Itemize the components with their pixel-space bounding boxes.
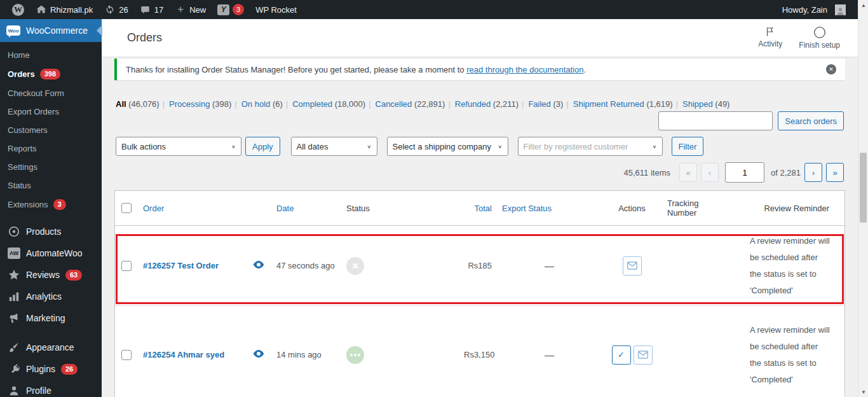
page-scrollbar[interactable]: ▲ ▼ [858, 0, 868, 397]
sidebar-item-woocommerce[interactable]: Woo WooCommerce [0, 19, 102, 42]
menu-label: Marketing [26, 313, 65, 323]
sidebar-item-home[interactable]: Home [0, 46, 102, 64]
select-all-checkbox[interactable] [121, 203, 132, 213]
view-refunded[interactable]: Refunded (2,211) [445, 99, 519, 109]
status-cell: ✕ [341, 257, 459, 275]
complete-action-button[interactable]: ✓ [612, 345, 631, 365]
wp-rocket-item[interactable]: WP Rocket [250, 0, 302, 19]
sidebar-item-appearance[interactable]: Appearance [0, 337, 102, 358]
view-count: (22,891) [414, 99, 445, 109]
activity-button[interactable]: Activity [758, 26, 782, 50]
sort-export-status-link[interactable]: Export Status [502, 204, 552, 213]
order-cell: #126257 Test Order [138, 261, 246, 270]
sidebar-item-reports[interactable]: Reports [0, 139, 102, 158]
sidebar-item-profile[interactable]: Profile [0, 380, 102, 397]
home-icon [36, 4, 47, 15]
sidebar-item-settings[interactable]: Settings [0, 158, 102, 176]
scroll-up-arrow-icon[interactable]: ▲ [858, 0, 868, 10]
order-link[interactable]: #126254 Ahmar syed [143, 350, 224, 359]
yoast-item[interactable]: Y 3 [212, 0, 250, 19]
site-name-label: Rhizmall.pk [50, 5, 93, 15]
finish-setup-button[interactable]: Finish setup [799, 26, 840, 50]
current-menu-arrow-icon [91, 25, 102, 36]
filter-button[interactable]: Filter [672, 137, 704, 156]
all-dates-select[interactable]: All dates ∨ [291, 137, 377, 156]
select-order-checkbox[interactable] [121, 261, 132, 271]
view-completed[interactable]: Completed (18,000) [283, 99, 365, 109]
email-action-button[interactable] [634, 345, 653, 365]
products-icon [8, 225, 20, 238]
sidebar-item-orders[interactable]: Orders 398 [0, 64, 102, 84]
prev-page-button[interactable]: ‹ [701, 163, 719, 182]
sidebar-item-analytics[interactable]: Analytics [0, 286, 102, 307]
scrollbar-thumb[interactable] [860, 153, 867, 223]
sidebar-item-reviews[interactable]: Reviews 63 [0, 264, 102, 286]
view-all[interactable]: All (46,076) [116, 99, 159, 109]
chevron-down-icon: ∨ [498, 144, 502, 150]
view-shipment-returned[interactable]: Shipment Returned (1,619) [563, 99, 672, 109]
bulk-actions-select[interactable]: Bulk actions ∨ [116, 137, 241, 156]
site-name-item[interactable]: Rhizmall.pk [30, 0, 98, 19]
view-count: (2,211) [493, 99, 519, 109]
dismiss-notice-icon[interactable]: ✕ [826, 64, 836, 74]
menu-label: Analytics [26, 291, 62, 302]
view-cancelled[interactable]: Cancelled (22,891) [365, 99, 445, 109]
activity-label: Activity [758, 39, 782, 48]
sidebar-item-status[interactable]: Status [0, 176, 102, 195]
sort-order-link[interactable]: Order [143, 204, 164, 213]
current-page-input[interactable] [725, 162, 764, 183]
shipping-company-select[interactable]: Select a shipping company ∨ [387, 137, 508, 156]
sidebar-item-extensions[interactable]: Extensions 3 [0, 195, 102, 214]
sort-date-link[interactable]: Date [276, 204, 294, 213]
updates-icon [104, 4, 116, 15]
order-link[interactable]: #126257 Test Order [143, 261, 219, 270]
chevron-down-icon: ∨ [367, 144, 371, 150]
next-page-button[interactable]: › [804, 163, 822, 182]
view-processing[interactable]: Processing (398) [159, 99, 232, 109]
view-on-hold[interactable]: On hold (6) [231, 99, 282, 109]
chevron-down-icon: ∨ [231, 144, 236, 150]
apply-button[interactable]: Apply [245, 137, 280, 156]
brush-icon [8, 341, 20, 354]
header-actions: Actions [602, 204, 662, 213]
new-item[interactable]: + New [169, 0, 212, 19]
date-cell: 14 mins ago [271, 350, 341, 359]
sidebar-item-marketing[interactable]: Marketing [0, 307, 102, 329]
reminder-text: A review reminder will be scheduled afte… [750, 322, 831, 388]
scroll-down-arrow-icon[interactable]: ▼ [858, 387, 868, 397]
registered-customer-select[interactable]: Filter by registered customer ∨ [518, 137, 663, 156]
search-orders-input[interactable] [658, 111, 773, 130]
preview-eye-icon[interactable] [253, 260, 264, 271]
sidebar-item-customers[interactable]: Customers [0, 121, 102, 139]
last-page-button[interactable]: » [826, 163, 844, 182]
preview-eye-icon[interactable] [253, 349, 264, 360]
export-status-cell: — [497, 349, 602, 360]
header-export-status: Export Status [497, 204, 602, 213]
updates-item[interactable]: 26 [98, 0, 133, 19]
view-failed[interactable]: Failed (3) [519, 99, 563, 109]
sidebar-item-products[interactable]: Products [0, 221, 102, 242]
first-page-button[interactable]: « [679, 163, 697, 182]
submenu-label: Extensions [8, 200, 48, 209]
sidebar-item-checkout-form[interactable]: Checkout Form [0, 84, 102, 102]
wordpress-menu-item[interactable]: W [6, 0, 30, 19]
order-cell: #126254 Ahmar syed [138, 350, 246, 359]
actions-cell [602, 256, 662, 275]
extensions-count-badge: 3 [53, 199, 66, 210]
view-shipped[interactable]: Shipped (49) [673, 99, 730, 109]
sidebar-item-automatewoo[interactable]: AW AutomateWoo [0, 242, 102, 264]
orders-count-badge: 398 [40, 69, 60, 80]
sort-total-link[interactable]: Total [475, 204, 492, 213]
search-orders-button[interactable]: Search orders [778, 111, 844, 130]
header-total: Total [459, 204, 497, 213]
comments-item[interactable]: 17 [134, 0, 169, 19]
email-action-button[interactable] [623, 256, 642, 275]
account-menu-item[interactable]: Howdy, Zain [776, 0, 851, 19]
bar-chart-icon [8, 290, 20, 303]
documentation-link[interactable]: read through the documentation [466, 65, 583, 74]
total-cell: Rs3,150 [459, 350, 497, 359]
sidebar-item-plugins[interactable]: Plugins 26 [0, 358, 102, 380]
filters-toolbar: Bulk actions ∨ Apply All dates ∨ Select … [102, 130, 858, 156]
sidebar-item-export-orders[interactable]: Export Orders [0, 102, 102, 121]
select-order-checkbox[interactable] [121, 350, 132, 360]
